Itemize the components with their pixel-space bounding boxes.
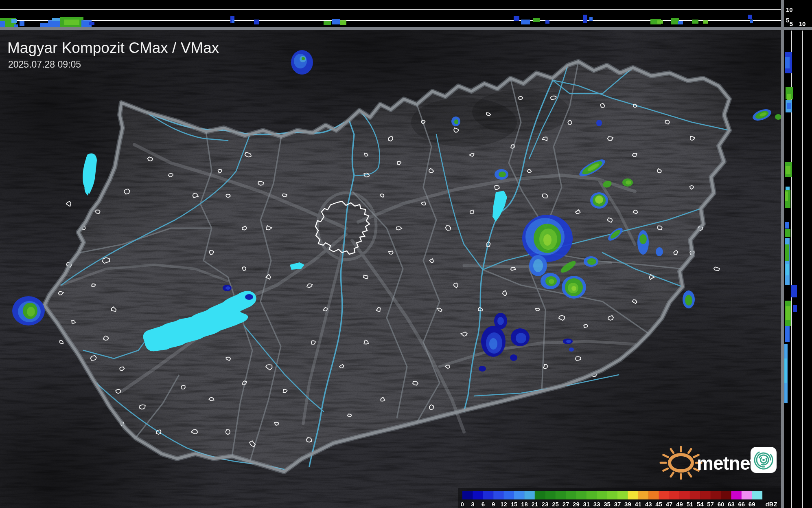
- legend-cell: [535, 491, 545, 499]
- legend-color-bar: [462, 491, 762, 499]
- cross-section-echo: [678, 21, 683, 24]
- cross-section-echo: [0, 21, 5, 27]
- cross-section-echo: [11, 19, 17, 23]
- legend-cell: [679, 491, 690, 499]
- radar-echo-layer: [596, 120, 602, 126]
- cross-section-echo: [589, 17, 593, 21]
- radar-echo-layer: [497, 317, 504, 325]
- dbz-legend: 0369121518212325272931333537394143454749…: [458, 488, 781, 508]
- radar-echo-layer: [685, 295, 692, 306]
- radar-echo-layer: [639, 234, 647, 244]
- cross-section-echo: [232, 20, 234, 23]
- cross-section-echo: [692, 20, 698, 24]
- legend-tick-label: 33: [593, 501, 600, 508]
- legend-tick-label: 69: [749, 501, 755, 508]
- radar-echo: [291, 50, 313, 75]
- cross-section-echo: [750, 20, 753, 23]
- radar-echo: [622, 178, 633, 187]
- legend-cell: [752, 491, 762, 499]
- legend-cell: [462, 491, 473, 499]
- cross-section-echo: [791, 285, 797, 297]
- main-map: [0, 0, 812, 508]
- radar-echo: [511, 328, 530, 346]
- radar-composite-screen: 10 5 5 10 Magyar Kompozit CMax / VMax 20…: [0, 0, 812, 508]
- radar-echo-layer: [571, 286, 576, 291]
- legend-tick-labels: 0369121518212325272931333537394143454749…: [461, 501, 755, 508]
- legend-cell: [556, 491, 566, 499]
- cross-section-echo: [40, 23, 48, 28]
- legend-tick-label: 9: [492, 501, 495, 508]
- legend-cell: [669, 491, 680, 499]
- radar-echo-layer: [27, 307, 35, 317]
- cross-section-echo: [703, 20, 708, 24]
- right-axis-label-5: 5: [790, 20, 793, 27]
- legend-cell: [711, 491, 721, 499]
- radar-echo: [596, 120, 602, 126]
- legend-cell: [545, 491, 556, 499]
- cross-section-echo: [514, 16, 519, 21]
- radar-echo: [683, 290, 695, 308]
- legend-tick-label: 18: [521, 501, 528, 508]
- radar-echo-layer: [489, 338, 497, 350]
- cross-section-echo: [533, 18, 540, 22]
- cross-section-echo: [14, 24, 18, 28]
- radar-echo-layer: [656, 247, 663, 256]
- legend-cell: [607, 491, 618, 499]
- radar-echo-layer: [516, 333, 526, 343]
- cross-section-echo: [340, 20, 346, 25]
- legend-cell: [576, 491, 587, 499]
- legend-cell: [659, 491, 670, 499]
- legend-cell: [617, 491, 628, 499]
- page-title: Magyar Kompozit CMax / VMax: [7, 40, 219, 56]
- radar-echo-layer: [626, 180, 631, 185]
- cross-section-echo: [64, 20, 79, 25]
- legend-tick-label: 43: [645, 501, 652, 508]
- radar-echo: [12, 296, 45, 325]
- cross-section-echo: [784, 358, 787, 383]
- radar-echo-layer: [566, 340, 571, 343]
- radar-echo-layer: [775, 114, 781, 120]
- radar-echo: [563, 339, 573, 344]
- radar-echo-layer: [245, 294, 253, 300]
- cross-section-echo: [657, 20, 663, 24]
- legend-tick-label: 60: [718, 501, 724, 508]
- legend-cell: [648, 491, 659, 499]
- cross-section-echo: [787, 103, 791, 109]
- legend-cell: [700, 491, 711, 499]
- radar-echo-layer: [533, 259, 543, 272]
- radar-echo: [529, 255, 547, 276]
- radar-echo-layer: [549, 279, 554, 284]
- legend-cell: [493, 491, 504, 499]
- cross-section-echo: [521, 20, 530, 24]
- radar-echo: [223, 285, 232, 291]
- radar-echo: [245, 294, 253, 300]
- legend-cell: [731, 491, 742, 499]
- frame-bar-horizontal: [0, 27, 812, 30]
- legend-tick-label: 6: [482, 501, 485, 508]
- legend-cell: [721, 491, 731, 499]
- legend-tick-label: 29: [573, 501, 580, 508]
- timestamp: 2025.07.28 09:05: [8, 59, 81, 70]
- legend-tick-label: 12: [500, 501, 507, 508]
- legend-cell: [638, 491, 649, 499]
- legend-cell: [742, 491, 752, 499]
- cross-section-echo: [545, 20, 549, 24]
- legend-cell: [690, 491, 700, 499]
- radar-echo-layer: [302, 57, 305, 60]
- radar-echo: [637, 230, 649, 255]
- legend-cell: [524, 491, 535, 499]
- legend-tick-label: 21: [531, 501, 538, 508]
- top-axis-label-5: 5: [786, 17, 789, 24]
- radar-echo-layer: [543, 234, 552, 246]
- legend-tick-label: 49: [676, 501, 683, 508]
- metnet-app-icon: [751, 447, 777, 473]
- legend-tick-label: 51: [686, 501, 693, 508]
- legend-cell: [473, 491, 483, 499]
- cross-section-echo: [785, 57, 790, 68]
- legend-tick-label: 27: [562, 501, 569, 508]
- radar-echo-layer: [595, 196, 603, 204]
- cross-section-echo: [786, 166, 790, 174]
- radar-echo: [569, 347, 574, 352]
- legend-tick-label: 25: [552, 501, 559, 508]
- cross-section-echo: [787, 94, 791, 101]
